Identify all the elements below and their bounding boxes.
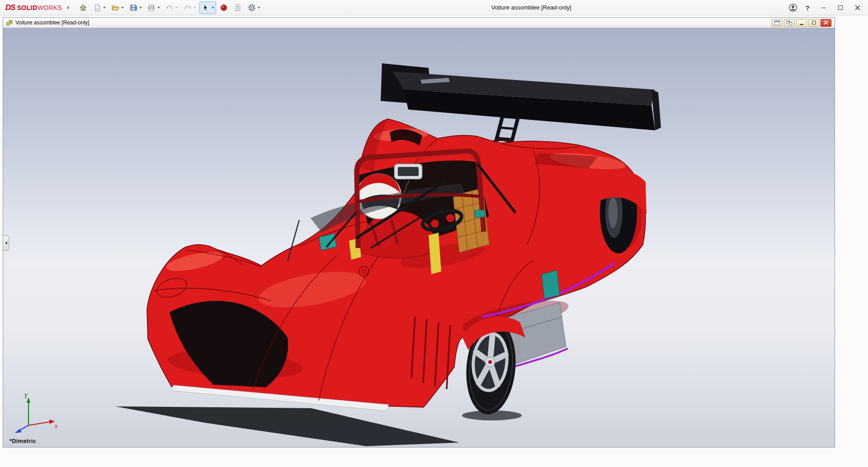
document-titlebar[interactable]: Voiture assomblee [Read-only] [3, 18, 835, 28]
dassault-logo-icon: DS [5, 3, 15, 12]
x-axis [28, 422, 50, 425]
brand-works: WORKS [37, 4, 62, 11]
redo-icon [183, 3, 192, 12]
options-button[interactable] [245, 1, 262, 14]
document-maximize-button[interactable] [808, 19, 819, 27]
document-minimize-button[interactable] [796, 19, 807, 27]
home-button[interactable] [77, 1, 90, 14]
dropdown-caret-icon[interactable] [212, 7, 214, 9]
window-title: Voiture assomblee [Read-only] [280, 0, 782, 15]
solidworks-logo: DS SOLIDWORKS [5, 3, 62, 12]
print-icon [147, 3, 156, 12]
help-icon: ? [805, 4, 809, 12]
account-button[interactable] [786, 1, 800, 14]
minimize-icon [821, 8, 826, 8]
window-icon [774, 20, 780, 25]
open-button[interactable] [109, 1, 126, 14]
maximize-icon [812, 21, 816, 24]
document-close-button[interactable] [821, 19, 831, 27]
driver-glove [431, 219, 439, 228]
save-button[interactable] [127, 1, 144, 14]
dropdown-caret-icon [193, 7, 196, 9]
home-icon [79, 3, 88, 12]
save-icon [129, 3, 138, 12]
maximize-icon [838, 5, 843, 10]
graphics-viewport[interactable]: Y x *Dimetric [3, 28, 835, 447]
ground-shadow [115, 406, 459, 446]
undo-icon [165, 3, 174, 12]
maximize-button[interactable] [832, 0, 849, 15]
featuremanager-collapsed-tab[interactable] [3, 235, 9, 251]
quick-access-toolbar [77, 1, 262, 14]
assembly-document-icon [6, 19, 13, 26]
close-button[interactable] [849, 0, 866, 15]
view-orientation-label: *Dimetric [9, 438, 36, 444]
undo-button[interactable] [163, 1, 180, 14]
toolbar-flyout-arrow-icon[interactable] [67, 6, 70, 10]
user-avatar-icon [788, 3, 797, 12]
new-document-button[interactable] [91, 1, 108, 14]
minimize-button[interactable] [815, 0, 832, 15]
window-layout-button-2[interactable] [784, 19, 795, 27]
document-window-controls [772, 19, 833, 27]
appearances-button[interactable] [217, 1, 230, 14]
y-axis-label: Y [24, 393, 28, 400]
side-window[interactable] [542, 270, 560, 299]
red-sphere-icon [219, 3, 228, 12]
new-document-icon [93, 3, 102, 12]
open-folder-icon [111, 3, 120, 12]
document-window: Voiture assomblee [Read-only] [3, 17, 835, 448]
solidworks-wordmark: SOLIDWORKS [17, 4, 62, 11]
document-title: Voiture assomblee [Read-only] [15, 19, 89, 26]
minimize-icon [800, 24, 803, 25]
help-button[interactable]: ? [800, 1, 815, 14]
right-mirror [475, 210, 485, 217]
windows-tiled-icon [786, 20, 793, 25]
file-properties-button[interactable] [231, 1, 244, 14]
dropdown-caret-icon[interactable] [103, 7, 106, 9]
scene-canvas[interactable] [3, 28, 835, 447]
main-titlebar: DS SOLIDWORKS [0, 0, 868, 15]
redo-button[interactable] [181, 1, 198, 14]
dropdown-caret-icon[interactable] [157, 7, 160, 9]
reference-triad: Y x [10, 390, 60, 435]
driver-glove [446, 214, 454, 222]
brand-solid: SOLID [17, 4, 38, 11]
titlebar-right-controls: ? [786, 0, 866, 15]
dropdown-caret-icon[interactable] [139, 7, 142, 9]
file-properties-icon [233, 3, 242, 12]
close-icon [855, 5, 860, 10]
select-tool-button[interactable] [199, 1, 216, 14]
print-button[interactable] [145, 1, 162, 14]
x-axis-label: x [54, 423, 58, 429]
chevron-left-icon [5, 241, 7, 245]
dropdown-caret-icon[interactable] [258, 7, 260, 9]
close-icon [824, 20, 828, 25]
gear-icon [247, 3, 256, 12]
window-layout-button-1[interactable] [772, 19, 783, 27]
select-arrow-icon [201, 3, 210, 12]
dropdown-caret-icon [175, 7, 178, 9]
dropdown-caret-icon[interactable] [121, 7, 124, 9]
